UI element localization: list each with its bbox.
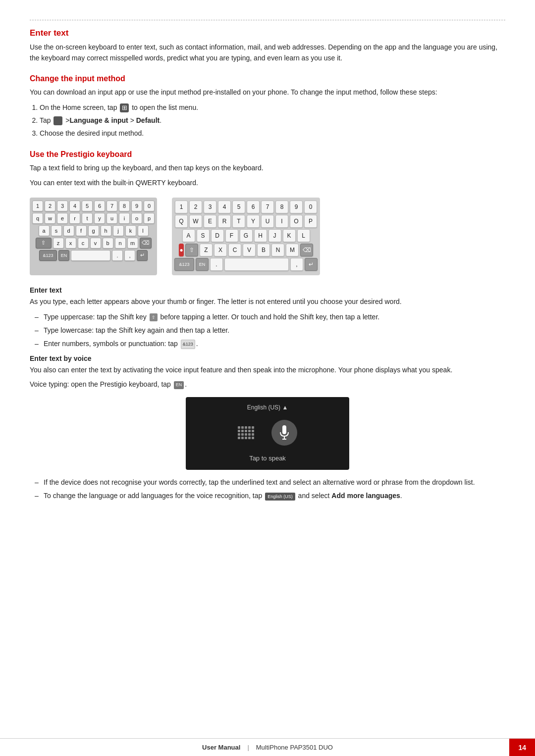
key2-L[interactable]: L <box>297 229 310 242</box>
key2-O[interactable]: O <box>290 215 303 228</box>
key2-backspace[interactable]: ⌫ <box>300 244 313 256</box>
key-l[interactable]: l <box>138 225 149 236</box>
key2-H[interactable]: H <box>254 229 267 242</box>
key2-W[interactable]: W <box>189 215 202 228</box>
key2-N[interactable]: N <box>271 244 284 256</box>
key2-0[interactable]: 0 <box>304 201 317 213</box>
voice-grid-icon <box>238 426 254 439</box>
key-2[interactable]: 2 <box>45 201 55 211</box>
key2-6[interactable]: 6 <box>247 201 260 213</box>
key2-3[interactable]: 3 <box>204 201 216 213</box>
footer: User Manual | MultiPhone PAP3501 DUO 14 <box>0 738 535 756</box>
key2-space[interactable] <box>224 258 289 271</box>
key2-shift[interactable]: ⇧ <box>185 244 198 256</box>
key-8[interactable]: 8 <box>119 201 130 211</box>
key-k[interactable]: k <box>125 225 136 236</box>
prestigio-keyboard-title: Use the Prestigio keyboard <box>30 150 505 159</box>
key2-9[interactable]: 9 <box>290 201 303 213</box>
key2-7[interactable]: 7 <box>261 201 274 213</box>
key-b[interactable]: b <box>103 238 113 249</box>
key-shift[interactable]: ⇧ <box>36 238 52 249</box>
key2-2[interactable]: 2 <box>189 201 202 213</box>
key2-R[interactable]: R <box>218 215 231 228</box>
key-t[interactable]: t <box>82 213 93 224</box>
key2-P[interactable]: P <box>304 215 317 228</box>
key-7[interactable]: 7 <box>107 201 117 211</box>
key-backspace[interactable]: ⌫ <box>140 238 152 249</box>
key-j[interactable]: j <box>113 225 124 236</box>
key-q[interactable]: q <box>32 213 43 224</box>
key-s[interactable]: s <box>51 225 62 236</box>
key-w[interactable]: w <box>45 213 55 224</box>
change-input-body: You can download an input app or use the… <box>30 87 505 98</box>
key-p[interactable]: p <box>144 213 155 224</box>
key-0[interactable]: 0 <box>144 201 155 211</box>
key2-Q[interactable]: Q <box>175 215 188 228</box>
key-4[interactable]: 4 <box>69 201 80 211</box>
key-f[interactable]: f <box>76 225 87 236</box>
key2-enter[interactable]: ↵ <box>305 258 318 271</box>
key-period[interactable]: . <box>112 250 123 261</box>
key2-123[interactable]: &123 <box>174 258 194 271</box>
key-o[interactable]: o <box>131 213 142 224</box>
key-5[interactable]: 5 <box>82 201 93 211</box>
voice-body1: You also can enter the text by activatin… <box>30 365 505 376</box>
key-1[interactable]: 1 <box>32 201 43 211</box>
key-n[interactable]: n <box>115 238 126 249</box>
key2-V[interactable]: V <box>243 244 256 256</box>
key2-Y[interactable]: Y <box>247 215 260 228</box>
key2-K[interactable]: K <box>283 229 296 242</box>
key2-en[interactable]: EN <box>196 258 209 271</box>
key-enter[interactable]: ↵ <box>137 250 148 261</box>
change-input-section: Change the input method You can download… <box>30 74 505 139</box>
key2-J[interactable]: J <box>268 229 281 242</box>
key2-Z[interactable]: Z <box>200 244 213 256</box>
key-comma[interactable]: , <box>124 250 135 261</box>
key2-F[interactable]: F <box>225 229 238 242</box>
enter-text-title: Enter text <box>30 28 505 38</box>
key-3[interactable]: 3 <box>57 201 68 211</box>
enter-text-sub-body: As you type, each letter appears above y… <box>30 297 505 307</box>
key-space[interactable] <box>71 250 110 261</box>
key2-8[interactable]: 8 <box>275 201 288 213</box>
key2-A[interactable]: A <box>182 229 195 242</box>
voice-screenshot: English (US) ▲ <box>186 397 349 470</box>
key2-S[interactable]: S <box>197 229 210 242</box>
key2-G[interactable]: G <box>240 229 253 242</box>
key-9[interactable]: 9 <box>131 201 142 211</box>
key-v[interactable]: v <box>90 238 101 249</box>
key-h[interactable]: h <box>101 225 111 236</box>
key2-5[interactable]: 5 <box>232 201 245 213</box>
key-u[interactable]: u <box>107 213 117 224</box>
key2-E[interactable]: E <box>204 215 216 228</box>
key-m[interactable]: m <box>127 238 138 249</box>
key-x[interactable]: x <box>65 238 76 249</box>
key2-T[interactable]: T <box>232 215 245 228</box>
key2-dot-indicator: ● <box>179 244 184 256</box>
voice-bullets: If the device does not recognise your wo… <box>39 477 505 502</box>
key-g[interactable]: g <box>88 225 99 236</box>
key2-U[interactable]: U <box>261 215 274 228</box>
key2-X[interactable]: X <box>214 244 227 256</box>
key2-C[interactable]: C <box>228 244 241 256</box>
key-e[interactable]: e <box>57 213 68 224</box>
key-y[interactable]: y <box>94 213 105 224</box>
key-123[interactable]: &123 <box>39 250 57 261</box>
key2-comma[interactable]: , <box>290 258 303 271</box>
key-c[interactable]: c <box>78 238 89 249</box>
key2-D[interactable]: D <box>211 229 224 242</box>
key2-M[interactable]: M <box>286 244 299 256</box>
key2-1[interactable]: 1 <box>175 201 188 213</box>
key-en[interactable]: EN <box>58 250 69 261</box>
key-d[interactable]: d <box>63 225 74 236</box>
key-i[interactable]: i <box>119 213 130 224</box>
key-r[interactable]: r <box>69 213 80 224</box>
key-a[interactable]: a <box>39 225 50 236</box>
voice-mic-button[interactable] <box>271 420 297 446</box>
key-z[interactable]: z <box>53 238 64 249</box>
key-6[interactable]: 6 <box>94 201 105 211</box>
key2-period[interactable]: . <box>210 258 223 271</box>
key2-B[interactable]: B <box>257 244 270 256</box>
key2-4[interactable]: 4 <box>218 201 231 213</box>
key2-I[interactable]: I <box>275 215 288 228</box>
